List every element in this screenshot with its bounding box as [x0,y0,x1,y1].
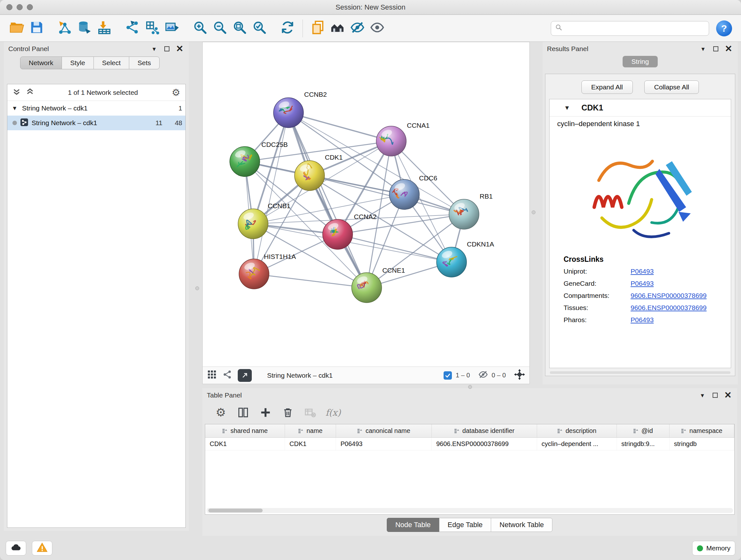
memory-button[interactable]: Memory [692,541,735,556]
tab-network-table[interactable]: Network Table [491,518,552,532]
svg-text:CCNE1: CCNE1 [382,266,405,274]
float-table-icon[interactable] [711,390,720,400]
crosslink-link[interactable]: 9606.ENSP00000378699 [630,292,706,300]
zoom-fit-button[interactable] [230,18,250,39]
splitter-handle[interactable] [195,287,199,290]
column-header[interactable]: name [285,424,336,437]
home-network-button[interactable] [328,18,347,39]
crosslink-label: GeneCard: [563,280,630,287]
network-tree-panel: 1 of 1 Network selected ⚙ ▼ String Netwo… [7,84,186,528]
tab-select[interactable]: Select [93,57,129,69]
share-network-icon[interactable] [222,370,232,381]
minimize-window-button[interactable] [17,4,23,10]
selected-checkbox-icon[interactable] [444,371,452,380]
svg-text:CDKN1A: CDKN1A [467,240,494,248]
close-panel-icon[interactable]: ✕ [175,44,185,54]
cell-description: cyclin–dependent ... [537,438,617,450]
network-collection-row[interactable]: ▼ String Network – cdk1 1 [7,101,185,116]
close-results-icon[interactable]: ✕ [724,44,733,54]
hidden-node-edge-count: 0 – 0 [492,372,506,379]
zoom-out-icon [212,20,227,37]
hidden-eye-slash-icon[interactable] [478,370,488,381]
gene-card: ▼ CDK1 cyclin–dependent kinase 1 [549,99,731,368]
function-builder-button[interactable]: f(x) [326,408,341,418]
import-network-database-button[interactable] [75,18,94,39]
column-header[interactable]: shared name [205,424,285,437]
collapse-panel-icon[interactable]: ▾ [149,44,159,54]
table-horizontal-scrollbar[interactable] [206,508,733,513]
collapse-all-tree-icon[interactable] [26,87,34,98]
show-all-button[interactable] [367,18,387,39]
zoom-selected-button[interactable] [250,18,269,39]
add-column-icon[interactable] [259,406,273,420]
help-button[interactable]: ? [716,20,732,37]
network-row[interactable]: String Network – cdk1 11 48 [7,116,185,130]
column-header[interactable]: @id [617,424,670,437]
float-results-icon[interactable] [711,44,721,54]
zoom-in-button[interactable] [190,18,210,39]
collapse-results-icon[interactable]: ▾ [698,44,708,54]
tab-sets[interactable]: Sets [129,57,159,69]
cell-canonical-name: P06493 [336,438,432,450]
gene-caret-icon[interactable]: ▼ [553,105,582,111]
gear-icon[interactable]: ⚙ [172,88,180,98]
expand-all-button[interactable]: Expand All [582,80,633,94]
tab-network[interactable]: Network [20,57,62,69]
hide-selected-button[interactable] [347,18,367,39]
collection-caret-icon[interactable]: ▼ [10,105,19,112]
grid-view-icon[interactable] [207,370,217,381]
copy-documents-button[interactable] [308,18,328,39]
results-panel: Results Panel ▾ ✕ String Expand All Coll… [542,42,738,384]
show-columns-icon[interactable] [236,406,250,420]
string-network-icon [20,118,28,128]
results-scrollbar[interactable] [550,371,731,374]
close-table-icon[interactable]: ✕ [723,390,733,400]
export-network-image-button[interactable] [162,18,182,39]
import-network-file-button[interactable] [55,18,75,39]
open-folder-icon [10,20,24,37]
zoom-window-button[interactable] [27,4,33,10]
pan-crosshair-icon[interactable] [514,369,525,381]
window-title: Session: New Session [336,3,406,11]
search-input[interactable] [565,24,705,32]
svg-text:CDK1: CDK1 [325,153,343,161]
close-window-button[interactable] [6,4,12,10]
warnings-button[interactable] [32,541,52,556]
zoom-out-button[interactable] [210,18,230,39]
cloud-status-button[interactable] [6,541,26,556]
splitter-handle[interactable] [532,210,536,214]
tab-edge-table[interactable]: Edge Table [439,518,491,532]
tab-style[interactable]: Style [62,57,94,69]
cell-name: CDK1 [285,438,336,450]
new-network-from-selection-button[interactable] [123,18,142,39]
open-session-button[interactable] [7,18,27,39]
apply-layout-button[interactable] [278,18,297,39]
expand-all-tree-icon[interactable] [12,87,21,98]
crosslink-link[interactable]: 9606.ENSP00000378699 [630,304,706,312]
tab-string[interactable]: String [623,56,658,67]
crosslink-link[interactable]: P06493 [630,316,654,324]
table-row[interactable]: CDK1 CDK1 P06493 9606.ENSP00000378699 cy… [205,438,734,450]
crosslink-link[interactable]: P06493 [630,267,654,275]
table-settings-gear-icon[interactable]: ⚙ [214,406,228,420]
scrollbar-thumb[interactable] [208,509,263,512]
delete-column-trash-icon[interactable] [281,406,295,420]
import-table-button[interactable] [94,18,114,39]
window-controls [6,4,33,10]
crosslink-link[interactable]: P06493 [630,280,654,287]
collapse-all-button[interactable]: Collapse All [644,80,699,94]
column-header[interactable]: database identifier [432,424,537,437]
collapse-table-icon[interactable]: ▾ [697,390,707,400]
column-header[interactable]: namespace [670,424,734,437]
column-header[interactable]: canonical name [336,424,432,437]
gene-card-header[interactable]: ▼ CDK1 [549,99,731,117]
float-panel-icon[interactable] [162,44,172,54]
tab-node-table[interactable]: Node Table [387,518,440,532]
network-canvas[interactable]: CCNB2CCNA1CDC25BCDK1CDC6RB1CCNB1CCNA2CDK… [203,42,529,367]
save-session-button[interactable] [27,18,47,39]
network-from-table-button[interactable] [142,18,162,39]
column-header[interactable]: description [537,424,617,437]
open-in-browser-button[interactable] [238,369,252,382]
database-icon [77,20,92,37]
splitter-handle[interactable] [468,385,472,389]
